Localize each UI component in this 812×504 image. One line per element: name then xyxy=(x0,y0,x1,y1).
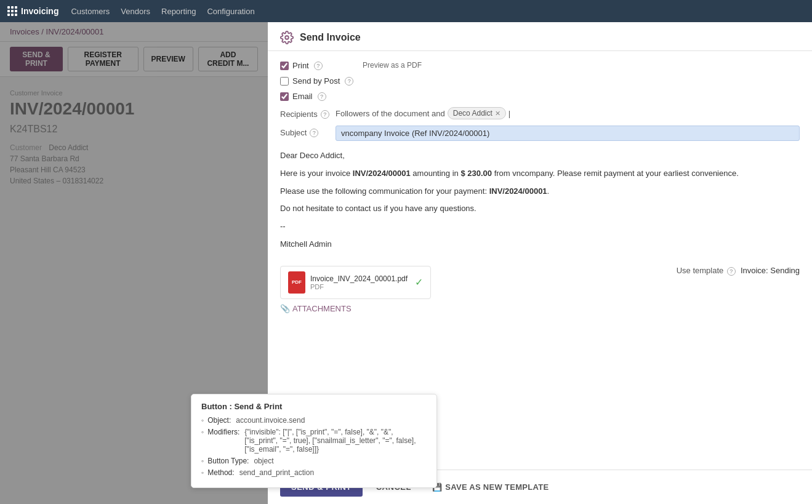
app-logo[interactable]: Invoicing xyxy=(7,6,58,16)
app-name: Invoicing xyxy=(21,6,58,16)
top-menu: Customers Vendors Reporting Configuratio… xyxy=(71,7,254,16)
menu-customers[interactable]: Customers xyxy=(71,7,110,16)
menu-configuration[interactable]: Configuration xyxy=(207,7,254,16)
menu-vendors[interactable]: Vendors xyxy=(121,7,150,16)
menu-reporting[interactable]: Reporting xyxy=(161,7,196,16)
top-nav: Invoicing Customers Vendors Reporting Co… xyxy=(0,0,812,22)
grid-icon xyxy=(7,6,17,16)
